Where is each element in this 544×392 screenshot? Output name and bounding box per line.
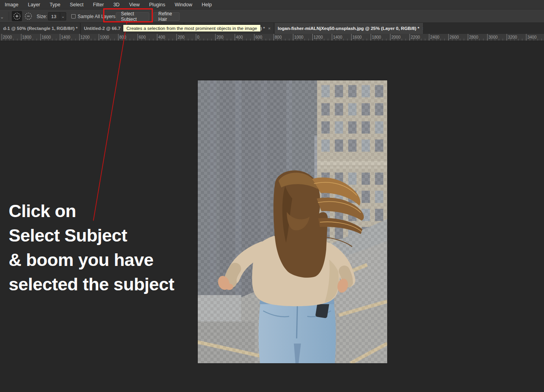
close-icon[interactable]: × (422, 26, 423, 31)
ruler-tick-label: 200 (176, 35, 185, 39)
tab-label: d-1 @ 50% (Rectangle 1, RGB/8#) * (3, 26, 78, 31)
menu-3d[interactable]: 3D (113, 2, 120, 7)
chevron-down-icon[interactable]: ⌄ (60, 13, 66, 20)
ruler-tick-label: 2400 (429, 35, 439, 39)
ruler-tick-label: 3000 (487, 35, 498, 39)
ruler-tick-label: 1400 (332, 35, 342, 39)
ruler-tick-label: 1800 (21, 35, 31, 39)
ruler-tick-label: 800 (273, 35, 282, 39)
ruler-tick-label: 2000 (390, 35, 400, 39)
document-tab-bar: d-1 @ 50% (Rectangle 1, RGB/8#) * × Unti… (0, 23, 544, 34)
horizontal-ruler[interactable]: 2000180016001400120010008006004002000200… (0, 34, 544, 41)
tab-document-1[interactable]: d-1 @ 50% (Rectangle 1, RGB/8#) * × (0, 23, 80, 34)
menu-help[interactable]: Help (202, 2, 212, 7)
annotation-line: Select Subject (9, 223, 174, 248)
photoshop-window: Image Layer Type Select Filter 3D View P… (0, 0, 544, 392)
ruler-tick-label: 1600 (351, 35, 362, 39)
ruler-tick-label: 1000 (293, 35, 303, 39)
menu-bar: Image Layer Type Select Filter 3D View P… (0, 0, 544, 9)
tool-preset-chevron-icon[interactable]: ⌄ (0, 14, 4, 20)
size-label: Size: (37, 14, 47, 19)
ruler-tick-label: 1200 (79, 35, 89, 39)
brush-size-value: 13 (48, 14, 60, 19)
sample-all-layers-checkbox[interactable] (71, 14, 76, 19)
ruler-tick-label: 600 (254, 35, 262, 39)
ruler-tick-label: 1000 (99, 35, 109, 39)
ruler-tick-label: 800 (118, 35, 126, 39)
ruler-tick-label: 3200 (507, 35, 517, 39)
ruler-tick-label: 2000 (2, 35, 12, 39)
ruler-tick-label: 1200 (312, 35, 323, 39)
add-to-selection-button[interactable] (12, 11, 22, 21)
highlight-box (103, 8, 153, 22)
menu-plugins[interactable]: Plugins (149, 2, 165, 7)
menu-filter[interactable]: Filter (93, 2, 104, 7)
tab-label: Untitled-2 @ 66.7 (84, 26, 121, 31)
menu-select[interactable]: Select (70, 2, 84, 7)
ruler-tick-label: 1600 (41, 35, 51, 39)
ruler-tick-label: 3400 (526, 35, 537, 39)
add-selection-icon (13, 12, 21, 20)
ruler-tick-label: 200 (215, 35, 224, 39)
subtract-from-selection-button[interactable] (23, 11, 33, 21)
ruler-tick-label: 400 (235, 35, 243, 39)
refine-hair-button[interactable]: Refine Hair (153, 12, 180, 21)
ruler-tick-label: 2200 (410, 35, 420, 39)
annotation-line: Click on (9, 199, 174, 223)
close-icon[interactable]: × (268, 26, 271, 31)
ruler-tick-label: 0 (196, 35, 199, 39)
subtract-selection-icon (24, 12, 33, 20)
annotation-line: selected the subject (9, 272, 174, 297)
ruler-tick-label: 2800 (468, 35, 478, 39)
annotation-text: Click on Select Subject & boom you have … (9, 199, 174, 297)
tab-document-active[interactable]: logan-fisher-miALNjXeq50-unsplash.jpg @ … (275, 23, 423, 34)
ruler-tick-label: 400 (157, 35, 165, 39)
ruler-tick-label: 1800 (371, 35, 381, 39)
brush-size-dropdown[interactable]: 13 ⌄ (48, 12, 66, 20)
ruler-tick-label: 1400 (60, 35, 70, 39)
menu-type[interactable]: Type (50, 2, 60, 7)
options-separator (9, 12, 9, 20)
tab-label: logan-fisher-miALNjXeq50-unsplash.jpg @ … (278, 26, 419, 31)
tooltip: Creates a selection from the most promin… (123, 24, 261, 32)
photo-subject-selected (198, 80, 387, 363)
ruler-tick-label: 600 (137, 35, 146, 39)
menu-window[interactable]: Window (175, 2, 192, 7)
ruler-tick-label: 2600 (448, 35, 459, 39)
document-canvas[interactable] (198, 80, 387, 363)
menu-view[interactable]: View (129, 2, 140, 7)
menu-layer[interactable]: Layer (28, 2, 40, 7)
menu-image[interactable]: Image (5, 2, 19, 7)
annotation-line: & boom you have (9, 248, 174, 272)
tool-options-bar: ⌄ Size: 13 ⌄ Sample All Layers Select Su… (0, 9, 544, 23)
